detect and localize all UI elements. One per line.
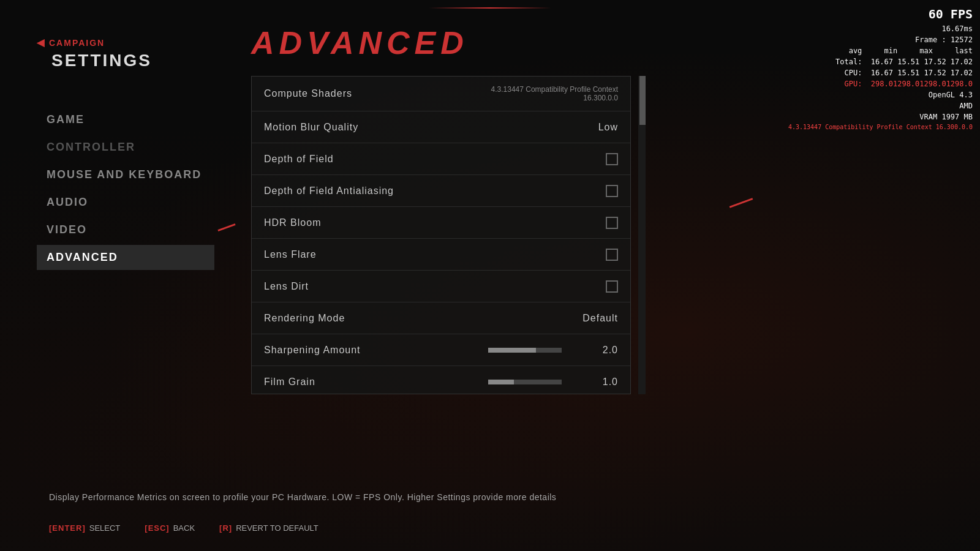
lens-dirt-checkbox[interactable] (606, 280, 618, 293)
control-revert: [R] REVERT TO DEFAULT (219, 523, 318, 533)
sidebar-item-advanced[interactable]: ADVANCED (37, 245, 214, 270)
settings-panel: Compute Shaders 4.3.13447 Compatibility … (251, 76, 631, 394)
film-grain-slider-fill (488, 380, 514, 384)
campaign-back-button[interactable]: ◀ CAMPAIGN (37, 37, 214, 48)
film-grain-slider-container: 1.0 (488, 377, 618, 388)
campaign-label: CAMPAIGN (49, 38, 105, 48)
sidebar: ◀ CAMPAIGN SETTINGS GAME CONTROLLER MOUS… (0, 0, 239, 551)
compute-shaders-label: Compute Shaders (264, 88, 352, 99)
sharpening-slider-fill (488, 348, 536, 353)
motion-blur-value: Low (569, 122, 618, 133)
depth-of-field-label: Depth of Field (264, 154, 334, 165)
scrollbar[interactable] (638, 76, 646, 394)
perf-header: avg min max last (788, 45, 973, 56)
esc-key: [ESC] (145, 523, 169, 533)
control-enter: [ENTER] SELECT (49, 523, 120, 533)
setting-row-motion-blur[interactable]: Motion Blur Quality Low (252, 111, 630, 143)
fps-counter: 60 FPS (788, 5, 973, 23)
dof-antialiasing-label: Depth of Field Antialiasing (264, 186, 394, 197)
bottom-controls: [ENTER] SELECT [ESC] BACK [R] REVERT TO … (49, 523, 318, 533)
settings-wrapper: Compute Shaders 4.3.13447 Compatibility … (251, 76, 638, 394)
enter-key: [ENTER] (49, 523, 86, 533)
setting-row-lens-dirt[interactable]: Lens Dirt (252, 271, 630, 302)
revert-label: REVERT TO DEFAULT (236, 523, 318, 533)
setting-row-depth-of-field[interactable]: Depth of Field (252, 143, 630, 175)
motion-blur-label: Motion Blur Quality (264, 122, 358, 133)
compute-shaders-value: 4.3.13447 Compatibility Profile Context … (465, 85, 618, 102)
compat-string: 4.3.13447 Compatibility Profile Context … (788, 122, 973, 132)
rendering-mode-label: Rendering Mode (264, 313, 345, 324)
dof-antialiasing-checkbox[interactable] (606, 185, 618, 197)
lens-flare-label: Lens Flare (264, 249, 317, 260)
frame-counter: Frame : 12572 (788, 34, 973, 45)
sharpening-slider-track[interactable] (488, 348, 562, 353)
esc-label: BACK (173, 523, 195, 533)
hdr-bloom-checkbox[interactable] (606, 217, 618, 229)
deco-sidebar-line (217, 223, 235, 231)
sidebar-item-mouse[interactable]: MOUSE AND KEYBOARD (37, 162, 214, 187)
description-area: Display Performance Metrics on screen to… (49, 492, 943, 502)
max-label: max (919, 47, 933, 55)
enter-label: SELECT (89, 523, 121, 533)
sidebar-item-audio[interactable]: AUDIO (37, 190, 214, 215)
last-label: last (955, 47, 973, 55)
ms-counter: 16.67ms (788, 23, 973, 34)
description-text: Display Performance Metrics on screen to… (49, 492, 943, 502)
avg-label: avg (849, 47, 862, 55)
setting-row-film-grain[interactable]: Film Grain 1.0 (252, 366, 630, 394)
lens-flare-checkbox[interactable] (606, 249, 618, 261)
setting-row-sharpening[interactable]: Sharpening Amount 2.0 (252, 334, 630, 366)
nav-menu: GAME CONTROLLER MOUSE AND KEYBOARD AUDIO… (37, 107, 214, 270)
total-row: Total: 16.67 15.51 17.52 17.02 (788, 56, 973, 67)
vram-info: VRAM 1997 MB (788, 111, 973, 122)
cpu-row: CPU: 16.67 15.51 17.52 17.02 (788, 67, 973, 78)
sidebar-item-video[interactable]: VIDEO (37, 217, 214, 242)
back-arrow-icon: ◀ (37, 37, 44, 48)
opengl-info: OpenGL 4.3 (788, 89, 973, 100)
hdr-bloom-label: HDR Bloom (264, 217, 321, 228)
sharpening-slider-container: 2.0 (488, 345, 618, 356)
r-key: [R] (219, 523, 232, 533)
gpu-row: GPU: 298.01298.01298.01298.0 (788, 78, 973, 89)
settings-label: SETTINGS (51, 51, 214, 70)
scroll-thumb[interactable] (639, 76, 646, 125)
film-grain-slider-track[interactable] (488, 380, 562, 384)
setting-row-rendering-mode[interactable]: Rendering Mode Default (252, 302, 630, 334)
setting-row-lens-flare[interactable]: Lens Flare (252, 239, 630, 271)
control-esc: [ESC] BACK (145, 523, 195, 533)
sharpening-label: Sharpening Amount (264, 345, 361, 356)
min-label: min (884, 47, 897, 55)
sharpening-value: 2.0 (569, 345, 618, 356)
rendering-mode-value: Default (569, 313, 618, 324)
film-grain-value: 1.0 (569, 377, 618, 388)
film-grain-label: Film Grain (264, 377, 315, 388)
lens-dirt-label: Lens Dirt (264, 281, 309, 292)
depth-of-field-checkbox[interactable] (606, 153, 618, 165)
performance-overlay: 60 FPS 16.67ms Frame : 12572 avg min max… (781, 0, 980, 137)
setting-row-hdr-bloom[interactable]: HDR Bloom (252, 207, 630, 239)
sidebar-item-game[interactable]: GAME (37, 107, 214, 132)
gpu-brand: AMD (788, 100, 973, 111)
setting-row-dof-antialiasing[interactable]: Depth of Field Antialiasing (252, 175, 630, 207)
sidebar-item-controller[interactable]: CONTROLLER (37, 135, 214, 160)
setting-row-compute-shaders: Compute Shaders 4.3.13447 Compatibility … (252, 77, 630, 111)
